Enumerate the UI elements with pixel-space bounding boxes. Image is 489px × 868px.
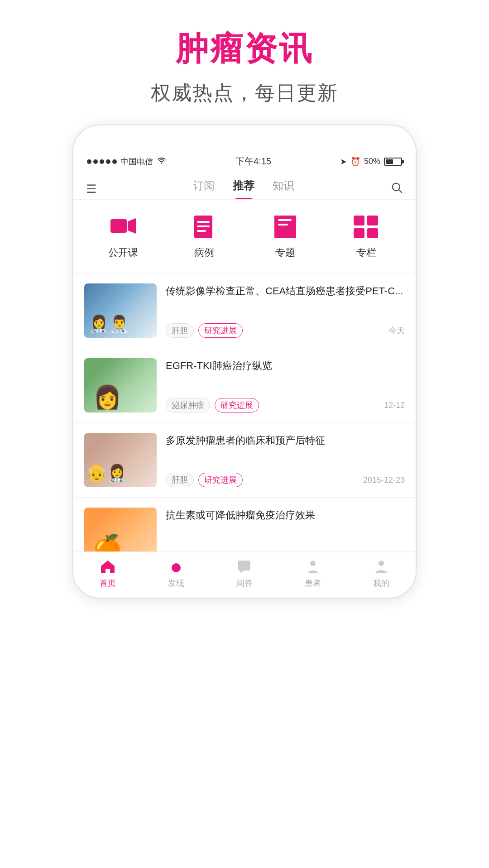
home-label: 首页 <box>100 578 116 589</box>
tag-ganpan-3: 肝胆 <box>166 473 194 487</box>
document-icon-box <box>188 213 220 240</box>
tag-yanjiu-1: 研究进展 <box>198 323 243 338</box>
discovery-icon-container <box>167 559 185 575</box>
article-title-2: EGFR-TKI肺癌治疗纵览 <box>166 358 405 373</box>
grid-icon-box <box>350 213 382 240</box>
article-item-3[interactable]: 多原发肿瘤患者的临床和预产后特征 肝胆 研究进展 2015-12-23 <box>73 423 416 498</box>
search-icon[interactable] <box>390 181 403 197</box>
video-camera-icon <box>110 215 137 240</box>
category-bingli-label: 病例 <box>194 246 214 259</box>
article-title-3: 多原发肿瘤患者的临床和预产后特征 <box>166 433 405 448</box>
menu-icon[interactable]: ☰ <box>86 182 96 196</box>
tab-recommend[interactable]: 推荐 <box>233 178 254 199</box>
svg-rect-12 <box>354 216 364 225</box>
location-icon: ➤ <box>340 157 347 167</box>
tag-niaolu-2: 泌尿肿瘤 <box>166 398 210 412</box>
my-label: 我的 <box>373 578 389 589</box>
svg-rect-6 <box>197 225 210 227</box>
signal-dots <box>87 159 117 164</box>
category-zhuanlan[interactable]: 专栏 <box>350 213 382 259</box>
signal-dot-1 <box>87 159 91 164</box>
article-item-2[interactable]: EGFR-TKI肺癌治疗纵览 泌尿肿瘤 研究进展 12-12 <box>73 348 416 423</box>
phone-top-area <box>73 125 416 148</box>
svg-rect-5 <box>197 221 210 223</box>
qa-icon <box>237 560 252 574</box>
bottom-nav-my[interactable]: 我的 <box>347 559 416 589</box>
bottom-nav: 首页 发现 问答 <box>73 552 416 598</box>
signal-dot-5 <box>112 159 117 164</box>
status-left: 中国电信 <box>87 156 167 167</box>
patient-icon <box>305 560 321 574</box>
bottom-nav-patient[interactable]: 患者 <box>279 559 347 589</box>
svg-rect-16 <box>238 561 250 571</box>
svg-rect-15 <box>367 228 378 238</box>
document-icon <box>191 215 218 240</box>
svg-point-18 <box>310 561 316 566</box>
article-meta-2: 泌尿肿瘤 研究进展 12-12 <box>166 398 405 412</box>
discovery-label: 发现 <box>168 578 184 589</box>
svg-marker-3 <box>128 218 136 234</box>
category-bingli[interactable]: 病例 <box>188 213 220 259</box>
article-content-2: EGFR-TKI肺癌治疗纵览 泌尿肿瘤 研究进展 12-12 <box>166 358 405 412</box>
category-gongkaike[interactable]: 公开课 <box>107 213 139 259</box>
tab-subscribe[interactable]: 订阅 <box>193 178 215 199</box>
article-meta-3: 肝胆 研究进展 2015-12-23 <box>166 473 405 487</box>
svg-rect-14 <box>354 228 364 238</box>
category-gongkaike-label: 公开课 <box>108 246 138 259</box>
page-header: 肿瘤资讯 权威热点，每日更新 <box>151 0 338 125</box>
category-zhuanti[interactable]: 专题 <box>269 213 301 259</box>
patient-icon-container <box>304 559 322 575</box>
svg-rect-10 <box>278 219 292 221</box>
qa-label: 问答 <box>236 578 253 589</box>
article-date-1: 今天 <box>388 325 405 336</box>
bottom-nav-qa[interactable]: 问答 <box>210 559 278 589</box>
wifi-icon <box>157 156 167 167</box>
category-section: 公开课 病例 <box>73 200 416 273</box>
article-thumbnail-4 <box>84 508 157 552</box>
article-date-2: 12-12 <box>384 401 405 410</box>
page-subtitle: 权威热点，每日更新 <box>151 80 338 106</box>
discovery-dot-icon <box>172 563 181 572</box>
bottom-nav-home[interactable]: 首页 <box>73 559 142 589</box>
status-right: ➤ ⏰ 50% <box>340 157 402 167</box>
home-icon-container <box>99 559 117 575</box>
article-item-4[interactable]: 抗生素或可降低肿瘤免疫治疗效果 <box>73 498 416 552</box>
svg-rect-7 <box>197 230 206 232</box>
bookmark-icon-box <box>269 213 301 240</box>
tag-yanjiu-2: 研究进展 <box>215 398 259 412</box>
svg-rect-13 <box>367 216 378 225</box>
status-time: 下午4:15 <box>235 155 271 168</box>
article-thumbnail-3 <box>84 433 157 487</box>
article-content-1: 传统影像学检查正常、CEA结直肠癌患者接受PET-C... 肝胆 研究进展 今天 <box>166 283 405 338</box>
my-icon-container <box>372 559 390 575</box>
category-zhuanlan-label: 专栏 <box>356 246 376 259</box>
signal-dot-4 <box>106 159 110 164</box>
article-thumbnail-2 <box>84 358 157 412</box>
nav-tab-group: 订阅 推荐 知识 <box>193 178 294 199</box>
battery-indicator <box>384 158 402 166</box>
patient-label: 患者 <box>305 578 321 589</box>
article-title-4: 抗生素或可降低肿瘤免疫治疗效果 <box>166 508 405 523</box>
home-icon <box>100 560 115 574</box>
signal-dot-2 <box>93 159 98 164</box>
status-bar: 中国电信 下午4:15 ➤ ⏰ 50% <box>73 148 416 172</box>
bookmark-icon <box>272 215 299 240</box>
article-date-3: 2015-12-23 <box>363 475 405 485</box>
svg-point-0 <box>393 183 400 190</box>
tag-yanjiu-3: 研究进展 <box>198 473 243 487</box>
phone-frame: 中国电信 下午4:15 ➤ ⏰ 50% ☰ 订阅 推荐 知识 <box>72 125 417 599</box>
battery-fill <box>386 159 393 164</box>
article-item-1[interactable]: 传统影像学检查正常、CEA结直肠癌患者接受PET-C... 肝胆 研究进展 今天 <box>73 273 416 348</box>
article-thumbnail-1 <box>84 283 157 338</box>
battery-percent: 50% <box>364 157 380 166</box>
article-content-4: 抗生素或可降低肿瘤免疫治疗效果 <box>166 508 405 542</box>
tab-knowledge[interactable]: 知识 <box>273 178 294 199</box>
bottom-nav-discovery[interactable]: 发现 <box>142 559 210 589</box>
page-title: 肿瘤资讯 <box>151 27 338 71</box>
alarm-icon: ⏰ <box>350 157 360 167</box>
svg-line-1 <box>399 190 402 192</box>
qa-icon-container <box>235 559 254 575</box>
svg-marker-17 <box>240 571 244 573</box>
article-title-1: 传统影像学检查正常、CEA结直肠癌患者接受PET-C... <box>166 283 405 298</box>
nav-tabs: ☰ 订阅 推荐 知识 <box>73 172 416 200</box>
